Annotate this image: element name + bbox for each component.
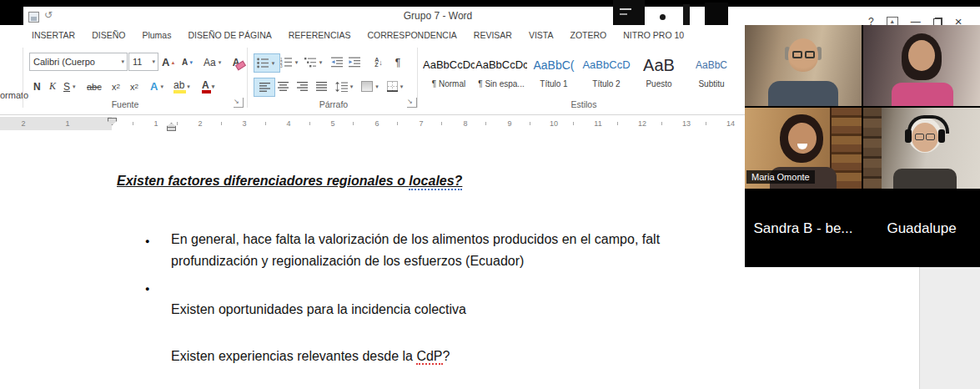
bold-button[interactable]: N [32, 78, 43, 95]
outdent-icon [331, 57, 343, 68]
line-spacing-button[interactable]: ▾ [333, 78, 358, 95]
superscript-mark: 2 [135, 83, 138, 90]
style-preview: AaBbC( [528, 49, 580, 79]
show-marks-button[interactable]: ¶ [390, 53, 405, 71]
borders-button[interactable]: ▾ [384, 78, 409, 95]
ruler-number: 9 [497, 118, 522, 129]
video-tile-guadalupe[interactable]: Guadalupe [863, 190, 980, 267]
grow-font-button[interactable]: A▲ [160, 53, 177, 71]
grammar-flagged-word: locales? [409, 174, 462, 190]
video-tile-participant-1[interactable] [745, 25, 862, 106]
video-feed [863, 108, 980, 189]
tab-diseno-de-pagina[interactable]: DISEÑO DE PÁGINA [179, 27, 279, 44]
highlight-color-button[interactable]: ab ▾ [172, 78, 194, 95]
style-name: Título 1 [528, 79, 580, 88]
style-preview: AaBbCcDc [475, 49, 527, 79]
paragraph-group-label: Párrafo [300, 99, 367, 109]
font-size-select[interactable]: 11 ▾ [128, 53, 158, 71]
tab-insertar[interactable]: INSERTAR [23, 27, 83, 44]
chevron-down-icon: ▾ [216, 59, 224, 66]
style-titulo-2[interactable]: AaBbCcD Título 2 [580, 49, 632, 94]
style-normal[interactable]: AaBbCcDc ¶ Normal [423, 49, 475, 94]
style-sin-espaciado[interactable]: AaBbCcDc ¶ Sin espa... [475, 49, 527, 94]
spellcheck-flagged-word: CdP [416, 349, 442, 365]
bullets-button[interactable]: ▾ [254, 53, 280, 73]
headphones-icon [905, 129, 912, 143]
align-center-button[interactable] [273, 78, 293, 95]
group-separator [417, 48, 418, 108]
person-figure [768, 81, 838, 106]
decrease-indent-button[interactable] [328, 53, 346, 71]
group-separator [247, 48, 248, 108]
person-figure [892, 83, 953, 106]
style-puesto[interactable]: AaB Puesto [633, 49, 685, 94]
tab-diseno[interactable]: DISEÑO [83, 27, 133, 44]
chevron-down-icon: ▾ [158, 83, 166, 90]
video-call-panel: Maria Omonte Sandra B - be... Guadalupe [745, 25, 980, 267]
ruler-number: 1 [56, 118, 79, 129]
text-effects-letter: A [150, 80, 158, 93]
font-dialog-launcher[interactable]: ↘ [234, 98, 244, 108]
change-case-button[interactable]: Aa▾ [202, 53, 225, 71]
line-spacing-icon [335, 82, 348, 92]
sort-button[interactable]: A Z ↓ [367, 53, 390, 71]
text-effects-button[interactable]: A▾ [148, 78, 168, 95]
superscript-button[interactable]: x2 [128, 78, 140, 95]
bullet-item-line: En general, hace falta la valorización d… [171, 229, 660, 250]
indent-icon [349, 57, 360, 68]
tab-nitro-pro-10[interactable]: NITRO PRO 10 [615, 27, 692, 44]
ruler-number: 4 [276, 118, 301, 129]
ruler-number: 2 [188, 118, 213, 129]
headphones-icon [938, 129, 945, 143]
shrink-font-button[interactable]: A▼ [180, 53, 195, 71]
video-feed [745, 25, 862, 106]
justify-icon [316, 82, 327, 92]
align-right-button[interactable] [292, 78, 312, 95]
tab-zotero[interactable]: ZOTERO [561, 27, 615, 44]
multilevel-list-button[interactable]: ▾ [302, 53, 327, 71]
video-tile-maria-omonte[interactable]: Maria Omonte [745, 108, 862, 189]
video-tile-participant-2[interactable] [863, 25, 980, 106]
style-subtitulo[interactable]: AaBbC Subtitu [686, 49, 737, 94]
paragraph-text: ? [443, 349, 450, 363]
paragraph: Existen oportunidades para la incidencia… [171, 299, 466, 321]
increase-indent-button[interactable] [345, 53, 364, 71]
font-name-select[interactable]: Calibri (Cuerpo ▾ [29, 53, 128, 71]
numbering-button[interactable]: 123 ▾ [278, 53, 303, 71]
underline-button[interactable]: S▾ [62, 78, 80, 95]
paragraph-dialog-launcher[interactable]: ↘ [407, 98, 417, 108]
shading-button[interactable]: ▾ [359, 78, 384, 95]
copy-format-button-partial[interactable]: ormato [0, 90, 28, 100]
glasses-icon [915, 134, 935, 140]
styles-group-label: Estilos [550, 99, 617, 109]
subscript-button[interactable]: x2 [110, 78, 122, 95]
style-titulo-1[interactable]: AaBbC( Título 1 [528, 49, 580, 94]
style-preview: AaBbCcDc [423, 49, 475, 79]
tab-correspondencia[interactable]: CORRESPONDENCIA [359, 27, 465, 44]
chevron-down-icon: ▾ [317, 59, 325, 66]
tab-referencias[interactable]: REFERENCIAS [280, 27, 359, 44]
style-name: Subtitu [686, 79, 737, 88]
style-preview: AaBbCcD [580, 49, 632, 79]
clear-formatting-button[interactable]: A [227, 53, 245, 71]
person-figure [908, 40, 935, 71]
chevron-down-icon: ▾ [293, 59, 301, 66]
left-indent-marker[interactable] [167, 127, 176, 131]
italic-button[interactable]: K [48, 78, 58, 95]
font-color-button[interactable]: A ▾ [200, 78, 219, 95]
video-feed [863, 25, 980, 106]
tab-plumas[interactable]: Plumas [133, 27, 179, 44]
bookshelf-background [863, 108, 882, 189]
chevron-down-icon: ▾ [118, 58, 127, 65]
font-size-value: 11 [129, 57, 149, 67]
tab-revisar[interactable]: REVISAR [465, 27, 520, 44]
background-window-fragment [683, 4, 690, 25]
heading-text: Existen factores diferenciadores regiona… [117, 174, 409, 188]
justify-button[interactable] [311, 78, 331, 95]
strikethrough-button[interactable]: abc [85, 78, 103, 95]
ruler-number: 7 [409, 118, 434, 129]
ruler-number: 1 [143, 118, 168, 129]
tab-vista[interactable]: VISTA [520, 27, 562, 44]
video-tile-sandra[interactable]: Sandra B - be... [745, 190, 862, 267]
video-tile-participant-4[interactable] [863, 108, 980, 189]
